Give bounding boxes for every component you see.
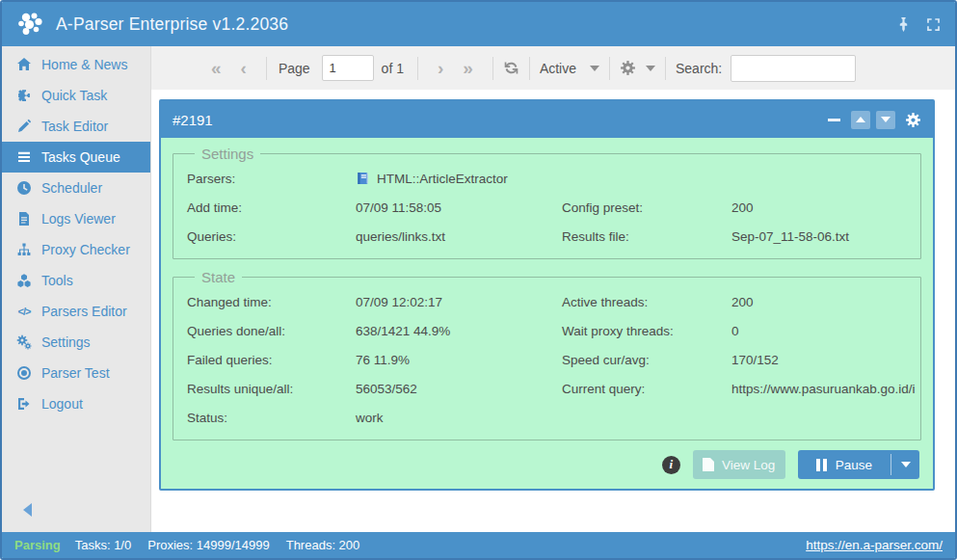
pause-icon <box>816 459 827 471</box>
sidebar-item-parsers-editor[interactable]: </> Parsers Editor <box>2 296 150 327</box>
settings-row: Queries: queries/links.txt Results file:… <box>187 222 917 251</box>
search-label: Search: <box>676 61 722 76</box>
sidebar-item-label: Proxy Checker <box>41 242 130 257</box>
cubes-icon <box>15 273 33 288</box>
last-page-button[interactable]: » <box>453 59 483 77</box>
field-label: Failed queries: <box>187 353 356 367</box>
move-up-button[interactable] <box>851 111 870 129</box>
current-query-value: https://www.pasuruankab.go.id/i <box>731 382 917 396</box>
prev-page-button[interactable]: ‹ <box>231 59 256 77</box>
app-title: A-Parser Enterprise v1.2.2036 <box>56 14 288 35</box>
sidebar-item-settings[interactable]: Settings <box>2 327 150 358</box>
sidebar-item-logout[interactable]: Logout <box>2 388 150 419</box>
sidebar: Home & News Quick Task Task Editor Tasks… <box>2 46 151 532</box>
move-down-button[interactable] <box>876 111 895 129</box>
down-caret-icon <box>881 117 891 122</box>
sidebar-item-label: Home & News <box>41 57 127 72</box>
toolbar-gear-icon[interactable] <box>620 60 636 76</box>
toolbar-separator <box>417 57 418 80</box>
field-label: Wait proxy threads: <box>562 324 731 338</box>
refresh-icon[interactable] <box>503 60 519 76</box>
pause-dropdown-button[interactable] <box>891 450 919 479</box>
aparser-logo-icon <box>15 10 44 39</box>
field-label: Speed cur/avg: <box>562 353 731 367</box>
bullseye-icon <box>15 365 33 381</box>
sidebar-item-proxy-checker[interactable]: Proxy Checker <box>2 234 150 265</box>
panel-gear-icon[interactable] <box>905 112 921 128</box>
collapse-panel-icon[interactable] <box>828 119 840 121</box>
next-page-button[interactable]: › <box>428 59 453 77</box>
file-text-icon <box>15 211 33 227</box>
view-log-label: View Log <box>722 458 775 472</box>
task-panel-title: #2191 <box>173 112 213 128</box>
gear-dropdown-caret-icon[interactable] <box>646 66 655 71</box>
sitemap-icon <box>15 242 33 257</box>
sidebar-item-parser-test[interactable]: Parser Test <box>2 358 150 388</box>
state-row: Queries done/all: 638/1421 44.9% Wait pr… <box>187 316 917 345</box>
field-value: 76 11.9% <box>356 353 562 367</box>
first-page-button[interactable]: « <box>201 59 231 77</box>
gears-icon <box>15 334 33 350</box>
toolbar-separator <box>529 57 530 80</box>
field-label: Results file: <box>562 229 731 244</box>
field-value: work <box>356 411 562 425</box>
sidebar-item-scheduler[interactable]: Scheduler <box>2 173 150 203</box>
puzzle-icon <box>15 88 33 103</box>
sidebar-item-tasks-queue[interactable]: Tasks Queue <box>2 142 150 173</box>
field-value: queries/links.txt <box>356 229 562 244</box>
filter-dropdown-value[interactable]: Active <box>540 61 576 76</box>
sidebar-item-task-editor[interactable]: Task Editor <box>2 111 150 142</box>
sidebar-item-label: Parser Test <box>41 365 110 381</box>
info-icon[interactable]: i <box>662 456 680 474</box>
sidebar-item-quick-task[interactable]: Quick Task <box>2 80 150 111</box>
sidebar-item-label: Quick Task <box>41 88 107 103</box>
sidebar-item-label: Tasks Queue <box>41 149 120 165</box>
sidebar-item-label: Logout <box>41 396 83 412</box>
list-icon <box>15 149 33 165</box>
file-icon <box>703 458 714 471</box>
field-label: Parsers: <box>187 172 356 186</box>
pencil-icon <box>15 119 33 134</box>
pause-label: Pause <box>836 458 872 472</box>
sidebar-item-logs-viewer[interactable]: Logs Viewer <box>2 203 150 234</box>
settings-row: Add time: 07/09 11:58:05 Config preset: … <box>187 193 917 222</box>
state-row: Status: work <box>187 403 917 432</box>
state-row: Changed time: 07/09 12:02:17 Active thre… <box>187 287 917 316</box>
sidebar-item-tools[interactable]: Tools <box>2 265 150 296</box>
state-fieldset: State Changed time: 07/09 12:02:17 Activ… <box>173 269 921 440</box>
sidebar-item-label: Settings <box>41 334 91 350</box>
search-input[interactable] <box>731 55 856 82</box>
page-count-label: of 1 <box>382 61 404 76</box>
toolbar: « ‹ Page of 1 › » Active <box>151 46 955 90</box>
field-label: Results unique/all: <box>187 382 356 396</box>
state-row: Failed queries: 76 11.9% Speed cur/avg: … <box>187 345 917 374</box>
field-label: Queries: <box>187 229 356 244</box>
filter-dropdown-caret-icon[interactable] <box>590 66 599 71</box>
status-parsing-badge: Parsing <box>14 538 61 552</box>
settings-row: Parsers: HTML::ArticleExtractor <box>187 164 917 193</box>
task-panel-body: Settings Parsers: <box>161 138 933 489</box>
field-value: 170/152 <box>731 353 917 367</box>
clock-icon <box>15 180 33 196</box>
aparser-site-link[interactable]: https://en.a-parser.com/ <box>806 538 943 552</box>
page-number-input[interactable] <box>322 55 374 81</box>
task-panel-header: #2191 <box>161 101 933 138</box>
field-label: Add time: <box>187 200 356 215</box>
up-caret-icon <box>856 117 865 122</box>
field-label: Config preset: <box>562 200 731 215</box>
sidebar-item-label: Parsers Editor <box>41 304 127 319</box>
toolbar-separator <box>609 57 610 80</box>
app-window: A-Parser Enterprise v1.2.2036 Home & New… <box>0 0 957 560</box>
sidebar-collapse-arrow[interactable] <box>23 503 32 517</box>
settings-fieldset: Settings Parsers: <box>173 146 921 259</box>
pin-icon[interactable] <box>895 16 912 33</box>
fullscreen-icon[interactable] <box>925 16 942 33</box>
field-value: 200 <box>731 200 917 215</box>
field-label: Current query: <box>562 382 731 396</box>
view-log-button[interactable]: View Log <box>693 450 785 479</box>
sidebar-item-home-news[interactable]: Home & News <box>2 49 150 80</box>
status-threads: Threads: 200 <box>286 538 360 552</box>
pause-button[interactable]: Pause <box>798 450 919 479</box>
settings-legend: Settings <box>195 146 260 162</box>
field-value: Sep-07_11-58-06.txt <box>731 229 917 244</box>
